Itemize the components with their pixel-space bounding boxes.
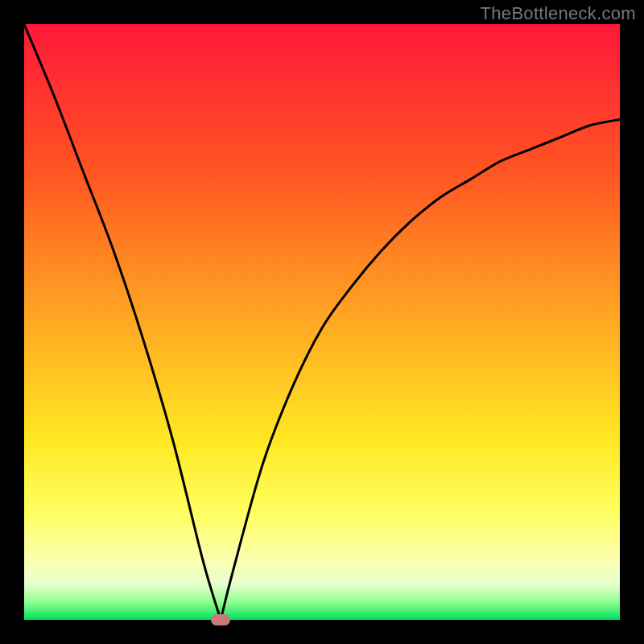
plot-area (24, 24, 620, 620)
minimum-marker (211, 614, 230, 625)
chart-frame: TheBottleneck.com (0, 0, 644, 644)
bottleneck-curve (24, 24, 620, 620)
watermark-text: TheBottleneck.com (481, 3, 636, 24)
